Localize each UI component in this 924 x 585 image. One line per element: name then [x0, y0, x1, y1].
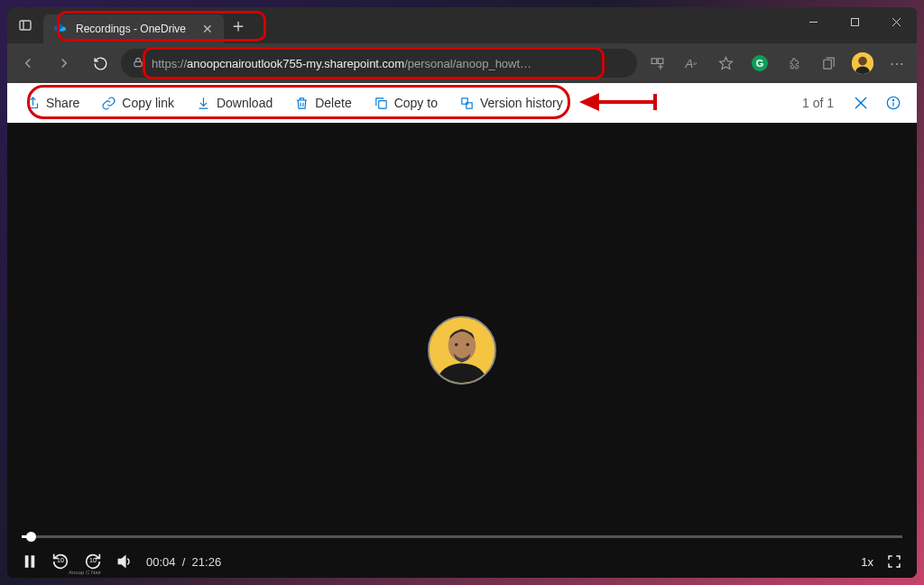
active-tab[interactable]: Recordings - OneDrive ✕	[43, 14, 224, 43]
svg-rect-7	[651, 58, 657, 63]
info-button[interactable]	[881, 90, 906, 116]
app-install-icon[interactable]	[642, 49, 671, 78]
address-bar: https://anoopcnairoutlook755-my.sharepoi…	[7, 43, 917, 83]
svg-rect-28	[25, 555, 29, 568]
new-tab-button[interactable]: ＋	[224, 14, 253, 38]
favorite-icon[interactable]	[711, 49, 740, 78]
delete-button[interactable]: Delete	[287, 90, 358, 116]
share-icon	[25, 96, 41, 111]
close-viewer-button[interactable]	[848, 90, 873, 116]
browser-window: Recordings - OneDrive ✕ ＋ https://anoopc…	[7, 7, 917, 578]
volume-button[interactable]	[116, 552, 134, 571]
profile-avatar[interactable]	[848, 49, 877, 78]
item-counter: 1 of 1	[802, 96, 834, 110]
speaker-avatar	[428, 316, 496, 385]
svg-rect-6	[134, 61, 142, 66]
playback-speed[interactable]: 1x	[861, 555, 873, 569]
forward-button[interactable]	[49, 48, 79, 79]
svg-rect-8	[658, 58, 663, 63]
progress-bar[interactable]	[22, 535, 902, 538]
window-close-button[interactable]	[875, 7, 917, 36]
tab-actions-icon[interactable]	[7, 18, 43, 32]
extensions-icon[interactable]	[780, 49, 808, 78]
title-bar: Recordings - OneDrive ✕ ＋	[7, 7, 917, 43]
trash-icon	[294, 96, 310, 111]
player-controls: 10 10 00:04 / 21:26 1x	[7, 527, 917, 578]
svg-point-26	[455, 343, 458, 347]
svg-point-21	[892, 99, 893, 100]
tab-close-icon[interactable]: ✕	[202, 22, 213, 36]
grammarly-icon[interactable]: G	[745, 49, 774, 78]
svg-rect-29	[32, 555, 35, 568]
refresh-button[interactable]	[85, 48, 116, 79]
skip-back-button[interactable]: 10	[51, 552, 70, 571]
pause-button[interactable]	[22, 553, 38, 570]
svg-point-13	[858, 57, 867, 66]
download-icon	[196, 96, 211, 111]
collections-icon[interactable]	[814, 49, 843, 78]
skip-forward-button[interactable]: 10	[83, 552, 103, 571]
speaker-name-label: Anoop C Nair	[69, 570, 101, 575]
copy-icon	[374, 96, 389, 111]
svg-rect-15	[378, 100, 386, 108]
link-icon	[101, 96, 116, 111]
copy-link-button[interactable]: Copy link	[94, 90, 181, 116]
url-text: https://anoopcnairoutlook755-my.sharepoi…	[152, 57, 626, 70]
fullscreen-button[interactable]	[886, 553, 902, 570]
lock-icon	[132, 56, 144, 71]
share-button[interactable]: Share	[18, 90, 87, 116]
svg-point-27	[467, 343, 470, 347]
content-area: Share Copy link Download Delete Copy to …	[7, 83, 917, 578]
progress-thumb[interactable]	[26, 532, 36, 542]
copy-to-button[interactable]: Copy to	[366, 90, 445, 116]
more-menu-icon[interactable]: ⋯	[882, 49, 911, 78]
onedrive-icon	[54, 20, 69, 38]
file-toolbar: Share Copy link Download Delete Copy to …	[7, 83, 917, 123]
maximize-button[interactable]	[834, 7, 875, 36]
window-controls	[792, 7, 917, 36]
time-display: 00:04 / 21:26	[146, 555, 221, 569]
tab-title: Recordings - OneDrive	[76, 23, 195, 35]
url-input[interactable]: https://anoopcnairoutlook755-my.sharepoi…	[121, 49, 637, 78]
minimize-button[interactable]	[792, 7, 834, 36]
download-button[interactable]: Download	[189, 90, 280, 116]
version-history-button[interactable]: Version history	[452, 90, 570, 116]
video-viewport[interactable]: 10 10 00:04 / 21:26 1x	[7, 123, 917, 578]
back-button[interactable]	[13, 48, 43, 79]
read-aloud-icon[interactable]: A»	[677, 49, 706, 78]
svg-rect-0	[20, 21, 31, 30]
history-icon	[459, 96, 475, 111]
svg-rect-11	[823, 60, 831, 69]
svg-rect-3	[851, 18, 858, 25]
